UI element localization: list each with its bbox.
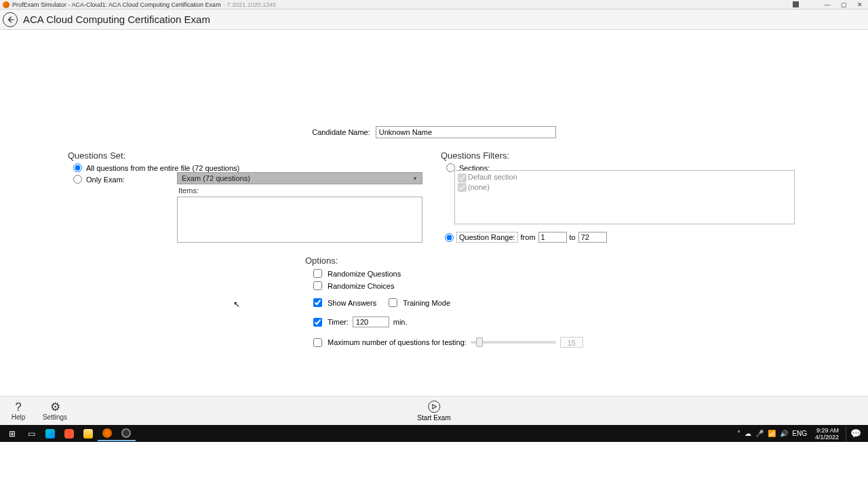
- tray-mic-icon[interactable]: 🎤: [755, 430, 764, 437]
- windows-taskbar: ⊞ ▭ ˄ ☁ 🎤 📶 🔊 ENG 9:29 AM 4/1/2022 💬: [0, 425, 868, 442]
- candidate-row: Candidate Name:: [0, 126, 868, 138]
- taskbar-app-profexam[interactable]: [98, 426, 117, 441]
- question-range-row: Question Range: from to: [445, 232, 607, 243]
- help-label: Help: [12, 413, 26, 421]
- checkbox-max-questions[interactable]: [313, 338, 322, 347]
- label-timer-unit: min.: [393, 318, 408, 326]
- range-from-label: from: [521, 233, 536, 241]
- candidate-label: Candidate Name:: [312, 128, 370, 136]
- taskbar-app-edge[interactable]: [41, 426, 60, 441]
- play-icon: [428, 401, 440, 413]
- notification-center-button[interactable]: 💬: [846, 426, 865, 441]
- items-textarea[interactable]: [177, 197, 422, 243]
- help-button[interactable]: ? Help: [0, 401, 37, 421]
- radio-all-questions[interactable]: [73, 163, 82, 172]
- label-randomize-questions: Randomize Questions: [328, 270, 401, 278]
- checkbox-training-mode[interactable]: [389, 298, 397, 307]
- checkbox-randomize-choices[interactable]: [313, 281, 322, 290]
- mouse-cursor-icon: ↖: [233, 300, 240, 309]
- candidate-name-input[interactable]: [376, 126, 556, 138]
- range-to-input[interactable]: [578, 232, 607, 243]
- chevron-down-icon: ▼: [412, 176, 418, 182]
- radio-question-range[interactable]: [445, 233, 454, 242]
- label-training-mode: Training Mode: [403, 299, 450, 307]
- checkbox-section-none: [458, 183, 467, 192]
- header-bar: ACA Cloud Computing Certification Exam: [0, 9, 868, 30]
- items-label: Items:: [178, 186, 199, 195]
- page-title: ACA Cloud Computing Certification Exam: [23, 14, 210, 25]
- feedback-icon[interactable]: [793, 1, 799, 7]
- start-exam-button[interactable]: Start Exam: [417, 401, 450, 422]
- label-timer: Timer:: [328, 318, 349, 326]
- taskbar-date: 4/1/2022: [815, 434, 839, 441]
- settings-label: Settings: [43, 413, 67, 421]
- main-content: Candidate Name: Questions Set: All quest…: [0, 30, 868, 442]
- footer-toolbar: ? Help ⚙ Settings Start Exam: [0, 396, 868, 425]
- taskbar-app-obs[interactable]: [117, 426, 136, 441]
- start-exam-label: Start Exam: [417, 414, 450, 422]
- section-item-0: Default section: [468, 173, 517, 181]
- taskbar-app-explorer[interactable]: [79, 426, 98, 441]
- radio-only-exam[interactable]: [73, 175, 82, 184]
- back-button[interactable]: [3, 12, 18, 27]
- close-button[interactable]: ✕: [852, 1, 868, 8]
- checkbox-timer[interactable]: [313, 318, 322, 327]
- taskbar-clock[interactable]: 9:29 AM 4/1/2022: [815, 427, 839, 441]
- tray-volume-icon[interactable]: 🔊: [780, 430, 788, 437]
- max-questions-slider[interactable]: [471, 341, 556, 344]
- minimize-button[interactable]: —: [819, 1, 835, 8]
- taskbar-app-brave[interactable]: [60, 426, 79, 441]
- gear-icon: ⚙: [37, 401, 73, 413]
- options-title: Options:: [305, 256, 583, 266]
- tray-language[interactable]: ENG: [792, 430, 807, 437]
- range-from-input[interactable]: [538, 232, 567, 243]
- radio-all-label: All questions from the entire file (72 q…: [86, 164, 239, 172]
- questions-filters-title: Questions Filters:: [441, 150, 795, 161]
- exam-dropdown[interactable]: Exam (72 questions) ▼: [177, 172, 422, 184]
- task-view-button[interactable]: ▭: [22, 426, 41, 441]
- range-to-label: to: [570, 233, 576, 241]
- label-max-questions: Maximum number of questions for testing:: [328, 338, 467, 346]
- label-randomize-choices: Randomize Choices: [328, 282, 394, 290]
- taskbar-time: 9:29 AM: [815, 427, 839, 434]
- tray-chevron-icon[interactable]: ˄: [737, 430, 741, 437]
- sections-listbox[interactable]: Default section (none): [454, 170, 795, 224]
- radio-only-label: Only Exam:: [86, 176, 125, 184]
- label-show-answers: Show Answers: [328, 299, 376, 307]
- maximize-button[interactable]: ▢: [835, 1, 852, 8]
- start-menu-button[interactable]: ⊞: [3, 426, 22, 441]
- help-icon: ?: [0, 401, 37, 413]
- tray-onedrive-icon[interactable]: ☁: [745, 430, 751, 437]
- questions-filters-panel: Questions Filters: Sections:: [441, 150, 795, 172]
- range-label: Question Range:: [456, 232, 518, 243]
- tray-network-icon[interactable]: 📶: [768, 430, 776, 437]
- max-questions-value: 15: [560, 337, 583, 348]
- exam-selected: Exam (72 questions): [182, 174, 250, 182]
- questions-set-title: Questions Set:: [68, 150, 423, 161]
- window-title: ProfExam Simulator - ACA-Cloud1: ACA Clo…: [12, 1, 221, 8]
- options-panel: Options: Randomize Questions Randomize C…: [305, 256, 583, 348]
- checkbox-section-default: [458, 174, 467, 182]
- system-tray[interactable]: ˄ ☁ 🎤 📶 🔊 ENG 9:29 AM 4/1/2022 💬: [737, 426, 865, 441]
- slider-thumb[interactable]: [476, 338, 483, 347]
- timer-input[interactable]: [353, 317, 389, 327]
- app-icon: [3, 1, 9, 8]
- section-item-1: (none): [468, 183, 490, 191]
- settings-button[interactable]: ⚙ Settings: [37, 401, 73, 421]
- window-titlebar: ProfExam Simulator - ACA-Cloud1: ACA Clo…: [0, 0, 868, 9]
- arrow-left-icon: [6, 16, 14, 24]
- window-version: · 7.2021.1020.1345: [224, 1, 277, 8]
- checkbox-randomize-questions[interactable]: [313, 269, 322, 278]
- checkbox-show-answers[interactable]: [313, 298, 322, 307]
